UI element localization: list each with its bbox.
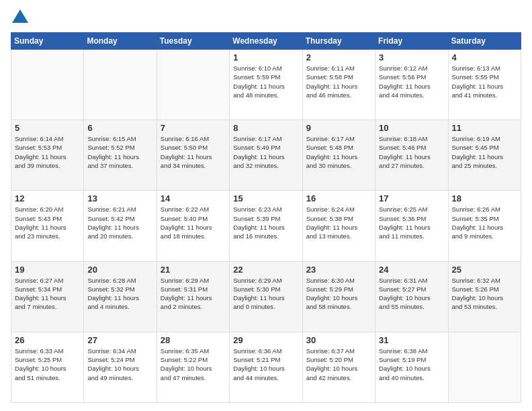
day-number: 26 bbox=[15, 335, 80, 345]
calendar-cell: 8Sunrise: 6:17 AM Sunset: 5:49 PM Daylig… bbox=[230, 120, 302, 191]
day-info: Sunrise: 6:22 AM Sunset: 5:40 PM Dayligh… bbox=[161, 205, 226, 240]
day-info: Sunrise: 6:25 AM Sunset: 5:36 PM Dayligh… bbox=[379, 205, 444, 240]
day-info: Sunrise: 6:17 AM Sunset: 5:49 PM Dayligh… bbox=[233, 134, 298, 170]
calendar-cell: 24Sunrise: 6:31 AM Sunset: 5:27 PM Dayli… bbox=[375, 261, 448, 332]
calendar-cell bbox=[11, 50, 84, 120]
day-number: 18 bbox=[452, 193, 517, 203]
day-info: Sunrise: 6:38 AM Sunset: 5:19 PM Dayligh… bbox=[379, 347, 444, 382]
day-info: Sunrise: 6:16 AM Sunset: 5:50 PM Dayligh… bbox=[161, 134, 226, 170]
day-number: 12 bbox=[15, 193, 80, 203]
calendar-cell: 2Sunrise: 6:11 AM Sunset: 5:58 PM Daylig… bbox=[302, 50, 375, 120]
calendar-body: 1Sunrise: 6:10 AM Sunset: 5:59 PM Daylig… bbox=[11, 50, 521, 403]
calendar-cell: 16Sunrise: 6:24 AM Sunset: 5:38 PM Dayli… bbox=[302, 191, 375, 261]
calendar-week-row: 19Sunrise: 6:27 AM Sunset: 5:34 PM Dayli… bbox=[11, 261, 521, 332]
day-info: Sunrise: 6:10 AM Sunset: 5:59 PM Dayligh… bbox=[233, 64, 298, 99]
day-info: Sunrise: 6:23 AM Sunset: 5:39 PM Dayligh… bbox=[233, 205, 298, 240]
day-number: 27 bbox=[87, 335, 152, 345]
weekday-header: Thursday bbox=[302, 33, 375, 50]
day-info: Sunrise: 6:14 AM Sunset: 5:53 PM Dayligh… bbox=[15, 134, 80, 170]
day-info: Sunrise: 6:30 AM Sunset: 5:29 PM Dayligh… bbox=[306, 276, 371, 312]
calendar-cell: 6Sunrise: 6:15 AM Sunset: 5:52 PM Daylig… bbox=[84, 120, 157, 191]
day-number: 2 bbox=[306, 52, 371, 62]
day-number: 16 bbox=[306, 193, 371, 203]
day-info: Sunrise: 6:36 AM Sunset: 5:21 PM Dayligh… bbox=[233, 347, 298, 382]
logo bbox=[11, 8, 32, 27]
calendar-cell: 4Sunrise: 6:13 AM Sunset: 5:55 PM Daylig… bbox=[448, 50, 521, 120]
weekday-header: Friday bbox=[375, 33, 448, 50]
day-number: 5 bbox=[15, 123, 80, 133]
weekday-header: Tuesday bbox=[157, 33, 229, 50]
calendar-cell bbox=[157, 50, 229, 120]
day-number: 20 bbox=[87, 265, 152, 275]
logo-icon bbox=[11, 8, 30, 27]
day-number: 29 bbox=[233, 335, 298, 345]
calendar-cell: 30Sunrise: 6:37 AM Sunset: 5:20 PM Dayli… bbox=[302, 332, 375, 402]
day-number: 4 bbox=[452, 52, 517, 62]
day-info: Sunrise: 6:29 AM Sunset: 5:31 PM Dayligh… bbox=[161, 276, 226, 312]
day-info: Sunrise: 6:20 AM Sunset: 5:43 PM Dayligh… bbox=[15, 205, 80, 240]
day-number: 25 bbox=[452, 265, 517, 275]
page: SundayMondayTuesdayWednesdayThursdayFrid… bbox=[0, 0, 532, 411]
day-number: 15 bbox=[233, 193, 298, 203]
calendar-header-row: SundayMondayTuesdayWednesdayThursdayFrid… bbox=[11, 33, 521, 50]
calendar-cell: 18Sunrise: 6:26 AM Sunset: 5:35 PM Dayli… bbox=[448, 191, 521, 261]
day-number: 28 bbox=[161, 335, 226, 345]
calendar-week-row: 5Sunrise: 6:14 AM Sunset: 5:53 PM Daylig… bbox=[11, 120, 521, 191]
day-info: Sunrise: 6:18 AM Sunset: 5:46 PM Dayligh… bbox=[379, 134, 444, 170]
weekday-header: Saturday bbox=[448, 33, 521, 50]
day-number: 8 bbox=[233, 123, 298, 133]
day-number: 21 bbox=[161, 265, 226, 275]
day-number: 24 bbox=[379, 265, 444, 275]
day-number: 10 bbox=[379, 123, 444, 133]
day-info: Sunrise: 6:26 AM Sunset: 5:35 PM Dayligh… bbox=[452, 205, 517, 240]
calendar-cell: 29Sunrise: 6:36 AM Sunset: 5:21 PM Dayli… bbox=[230, 332, 302, 402]
day-info: Sunrise: 6:27 AM Sunset: 5:34 PM Dayligh… bbox=[15, 276, 80, 312]
day-info: Sunrise: 6:37 AM Sunset: 5:20 PM Dayligh… bbox=[306, 347, 371, 382]
calendar-cell bbox=[84, 50, 157, 120]
day-info: Sunrise: 6:32 AM Sunset: 5:26 PM Dayligh… bbox=[452, 276, 517, 312]
calendar-cell bbox=[448, 332, 521, 402]
day-info: Sunrise: 6:24 AM Sunset: 5:38 PM Dayligh… bbox=[306, 205, 371, 240]
calendar-week-row: 1Sunrise: 6:10 AM Sunset: 5:59 PM Daylig… bbox=[11, 50, 521, 120]
day-info: Sunrise: 6:28 AM Sunset: 5:32 PM Dayligh… bbox=[87, 276, 152, 312]
day-number: 17 bbox=[379, 193, 444, 203]
calendar-cell: 26Sunrise: 6:33 AM Sunset: 5:25 PM Dayli… bbox=[11, 332, 84, 402]
day-info: Sunrise: 6:11 AM Sunset: 5:58 PM Dayligh… bbox=[306, 64, 371, 99]
day-number: 9 bbox=[306, 123, 371, 133]
day-info: Sunrise: 6:12 AM Sunset: 5:56 PM Dayligh… bbox=[379, 64, 444, 99]
day-number: 11 bbox=[452, 123, 517, 133]
weekday-header: Sunday bbox=[11, 33, 84, 50]
day-number: 1 bbox=[233, 52, 298, 62]
calendar-cell: 5Sunrise: 6:14 AM Sunset: 5:53 PM Daylig… bbox=[11, 120, 84, 191]
calendar-cell: 12Sunrise: 6:20 AM Sunset: 5:43 PM Dayli… bbox=[11, 191, 84, 261]
calendar-cell: 19Sunrise: 6:27 AM Sunset: 5:34 PM Dayli… bbox=[11, 261, 84, 332]
day-info: Sunrise: 6:13 AM Sunset: 5:55 PM Dayligh… bbox=[452, 64, 517, 99]
day-info: Sunrise: 6:19 AM Sunset: 5:45 PM Dayligh… bbox=[452, 134, 517, 170]
calendar-cell: 21Sunrise: 6:29 AM Sunset: 5:31 PM Dayli… bbox=[157, 261, 229, 332]
calendar-cell: 25Sunrise: 6:32 AM Sunset: 5:26 PM Dayli… bbox=[448, 261, 521, 332]
day-number: 6 bbox=[87, 123, 152, 133]
day-number: 22 bbox=[233, 265, 298, 275]
header bbox=[11, 8, 521, 27]
calendar-cell: 13Sunrise: 6:21 AM Sunset: 5:42 PM Dayli… bbox=[84, 191, 157, 261]
calendar-week-row: 12Sunrise: 6:20 AM Sunset: 5:43 PM Dayli… bbox=[11, 191, 521, 261]
day-info: Sunrise: 6:29 AM Sunset: 5:30 PM Dayligh… bbox=[233, 276, 298, 312]
calendar-cell: 20Sunrise: 6:28 AM Sunset: 5:32 PM Dayli… bbox=[84, 261, 157, 332]
day-info: Sunrise: 6:33 AM Sunset: 5:25 PM Dayligh… bbox=[15, 347, 80, 382]
calendar-cell: 10Sunrise: 6:18 AM Sunset: 5:46 PM Dayli… bbox=[375, 120, 448, 191]
day-info: Sunrise: 6:21 AM Sunset: 5:42 PM Dayligh… bbox=[87, 205, 152, 240]
day-number: 31 bbox=[379, 335, 444, 345]
calendar-cell: 17Sunrise: 6:25 AM Sunset: 5:36 PM Dayli… bbox=[375, 191, 448, 261]
calendar-cell: 27Sunrise: 6:34 AM Sunset: 5:24 PM Dayli… bbox=[84, 332, 157, 402]
calendar-table: SundayMondayTuesdayWednesdayThursdayFrid… bbox=[11, 32, 521, 403]
day-info: Sunrise: 6:31 AM Sunset: 5:27 PM Dayligh… bbox=[379, 276, 444, 312]
day-number: 14 bbox=[161, 193, 226, 203]
calendar-cell: 31Sunrise: 6:38 AM Sunset: 5:19 PM Dayli… bbox=[375, 332, 448, 402]
day-number: 23 bbox=[306, 265, 371, 275]
day-number: 7 bbox=[161, 123, 226, 133]
day-number: 19 bbox=[15, 265, 80, 275]
weekday-header: Monday bbox=[84, 33, 157, 50]
calendar-cell: 11Sunrise: 6:19 AM Sunset: 5:45 PM Dayli… bbox=[448, 120, 521, 191]
day-info: Sunrise: 6:15 AM Sunset: 5:52 PM Dayligh… bbox=[87, 134, 152, 170]
calendar-cell: 3Sunrise: 6:12 AM Sunset: 5:56 PM Daylig… bbox=[375, 50, 448, 120]
